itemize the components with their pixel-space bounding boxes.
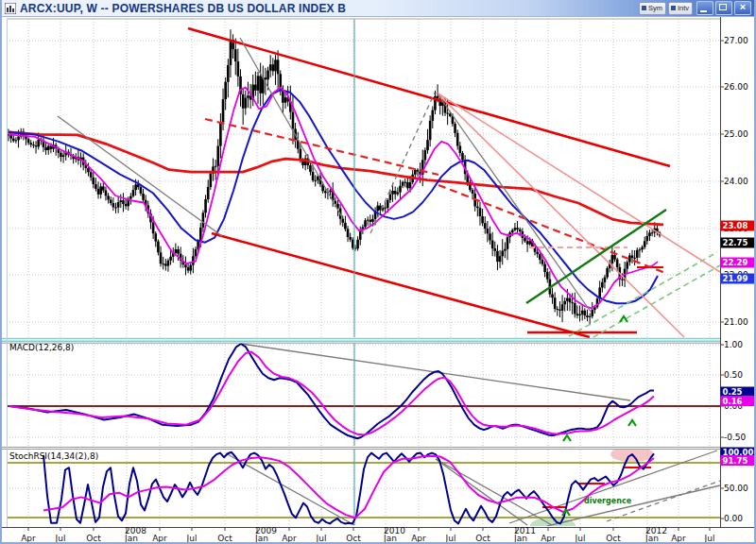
svg-text:21.99: 21.99 xyxy=(723,274,748,283)
svg-text:Jul: Jul xyxy=(316,534,327,543)
svg-text:Jan: Jan xyxy=(513,534,527,543)
svg-text:27.00: 27.00 xyxy=(724,36,748,45)
svg-text:Jan: Jan xyxy=(124,534,138,543)
svg-text:50.00: 50.00 xyxy=(724,484,748,493)
svg-text:21.00: 21.00 xyxy=(724,317,748,327)
svg-text:-0.50: -0.50 xyxy=(724,433,747,442)
intv-button[interactable]: Intv xyxy=(668,2,693,15)
intv-button-icon xyxy=(671,6,676,10)
close-button[interactable]: × xyxy=(734,1,751,15)
title-bar[interactable]: ARCX:UUP, W -- POWERSHARES DB US DOLLAR … xyxy=(2,0,754,17)
svg-text:23.08: 23.08 xyxy=(723,221,748,230)
svg-text:0.25: 0.25 xyxy=(723,387,743,397)
svg-text:Apr: Apr xyxy=(671,534,686,543)
maximize-icon xyxy=(719,4,727,10)
sym-button-label: Sym xyxy=(648,3,662,13)
maximize-button[interactable] xyxy=(715,1,732,15)
svg-text:Jul: Jul xyxy=(186,534,198,543)
divergence-annotation: divergence xyxy=(584,497,632,505)
window-title: ARCX:UUP, W -- POWERSHARES DB US DOLLAR … xyxy=(20,2,346,15)
svg-text:Jan: Jan xyxy=(254,534,268,543)
svg-text:24.00: 24.00 xyxy=(724,177,748,186)
svg-text:Jan: Jan xyxy=(644,534,659,543)
window-chart-icon xyxy=(5,3,16,14)
minimize-button[interactable] xyxy=(696,1,713,15)
svg-text:Apr: Apr xyxy=(152,534,167,543)
svg-text:Apr: Apr xyxy=(541,534,556,543)
svg-text:0.50: 0.50 xyxy=(724,370,743,380)
minimize-icon xyxy=(700,10,707,12)
svg-text:0.16: 0.16 xyxy=(723,397,743,406)
svg-text:Jul: Jul xyxy=(575,534,586,543)
svg-text:Apr: Apr xyxy=(282,534,297,543)
close-icon: × xyxy=(735,1,750,12)
svg-text:Apr: Apr xyxy=(21,534,36,543)
svg-text:26.00: 26.00 xyxy=(724,82,748,92)
intv-button-label: Intv xyxy=(678,3,689,13)
chart-canvas: 27.0026.0025.0024.0023.0022.0021.001.000… xyxy=(2,17,756,544)
svg-text:0.00: 0.00 xyxy=(724,514,743,523)
sym-button-icon xyxy=(642,6,646,10)
macd-label: MACD(12,26,8) xyxy=(9,343,74,352)
svg-text:22.29: 22.29 xyxy=(723,258,748,267)
svg-text:Oct: Oct xyxy=(346,534,361,543)
chart-window: ARCX:UUP, W -- POWERSHARES DB US DOLLAR … xyxy=(0,0,756,544)
sym-button[interactable]: Sym xyxy=(639,2,666,15)
stochrsi-label: StochRSI(14,34(2),8) xyxy=(9,451,98,461)
svg-text:Jan: Jan xyxy=(383,534,397,543)
svg-text:1.00: 1.00 xyxy=(724,340,743,349)
svg-text:Oct: Oct xyxy=(475,534,490,543)
svg-text:91.75: 91.75 xyxy=(723,456,748,466)
svg-text:Apr: Apr xyxy=(411,534,426,543)
svg-text:Jul: Jul xyxy=(704,534,715,543)
x-axis-strip xyxy=(2,527,756,544)
svg-text:22.75: 22.75 xyxy=(723,238,748,247)
svg-text:Jul: Jul xyxy=(445,534,456,543)
svg-text:25.00: 25.00 xyxy=(724,129,748,139)
svg-text:Jul: Jul xyxy=(55,534,66,543)
svg-text:Oct: Oct xyxy=(217,534,232,543)
svg-text:Oct: Oct xyxy=(86,534,101,543)
svg-text:Oct: Oct xyxy=(606,534,621,543)
